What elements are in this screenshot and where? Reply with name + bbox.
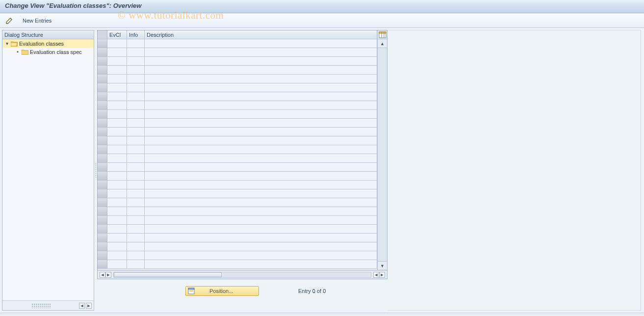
cell-evcl[interactable] (107, 145, 127, 154)
cell-info[interactable] (127, 216, 145, 225)
cell-description[interactable] (145, 39, 377, 48)
cell-description[interactable] (145, 128, 377, 136)
row-selector[interactable] (98, 251, 107, 260)
table-row[interactable] (98, 39, 377, 48)
new-entries-button[interactable]: New Entries (21, 17, 53, 25)
tree-node-evaluation-class-spec[interactable]: • Evaluation class spec (2, 48, 94, 56)
configure-columns-button[interactable] (378, 30, 387, 39)
cell-description[interactable] (145, 57, 377, 66)
tree-node-evaluation-classes[interactable]: ▾ Evaluation classes (2, 39, 94, 48)
table-row[interactable] (98, 216, 377, 225)
column-header-info[interactable]: Info (127, 30, 145, 39)
scroll-up-button[interactable]: ▲ (378, 39, 387, 48)
hscroll-left-button[interactable]: ◄ (100, 272, 105, 278)
table-row[interactable] (98, 66, 377, 75)
table-row[interactable] (98, 225, 377, 234)
cell-evcl[interactable] (107, 66, 127, 75)
table-row[interactable] (98, 242, 377, 251)
table-row[interactable] (98, 234, 377, 242)
table-row[interactable] (98, 75, 377, 83)
table-row[interactable] (98, 136, 377, 145)
hscroll-track[interactable] (113, 272, 371, 278)
cell-evcl[interactable] (107, 163, 127, 172)
cell-description[interactable] (145, 154, 377, 163)
scroll-left-button[interactable]: ◄ (79, 303, 85, 309)
cell-info[interactable] (127, 260, 145, 269)
cell-evcl[interactable] (107, 216, 127, 225)
cell-info[interactable] (127, 145, 145, 154)
row-selector[interactable] (98, 128, 107, 136)
tree-expand-icon[interactable]: ▾ (4, 41, 9, 46)
cell-info[interactable] (127, 242, 145, 251)
row-selector[interactable] (98, 75, 107, 83)
cell-info[interactable] (127, 251, 145, 260)
row-selector[interactable] (98, 189, 107, 198)
table-row[interactable] (98, 172, 377, 181)
cell-info[interactable] (127, 154, 145, 163)
row-selector[interactable] (98, 207, 107, 216)
table-row[interactable] (98, 198, 377, 207)
cell-description[interactable] (145, 101, 377, 110)
cell-info[interactable] (127, 163, 145, 172)
cell-evcl[interactable] (107, 136, 127, 145)
row-selector[interactable] (98, 216, 107, 225)
cell-evcl[interactable] (107, 57, 127, 66)
hscroll-step-left-button[interactable]: ◄ (373, 272, 379, 278)
row-selector[interactable] (98, 110, 107, 119)
cell-evcl[interactable] (107, 75, 127, 83)
cell-description[interactable] (145, 75, 377, 83)
row-selector[interactable] (98, 225, 107, 234)
table-row[interactable] (98, 57, 377, 66)
cell-evcl[interactable] (107, 198, 127, 207)
row-selector[interactable] (98, 57, 107, 66)
cell-evcl[interactable] (107, 260, 127, 269)
cell-evcl[interactable] (107, 39, 127, 48)
hscroll-right-button[interactable]: ► (379, 272, 385, 278)
row-selector[interactable] (98, 101, 107, 110)
cell-description[interactable] (145, 92, 377, 101)
table-row[interactable] (98, 145, 377, 154)
table-row[interactable] (98, 154, 377, 163)
row-selector[interactable] (98, 119, 107, 128)
row-selector[interactable] (98, 145, 107, 154)
resize-handle-icon[interactable] (31, 303, 51, 308)
scroll-right-button[interactable]: ► (86, 303, 92, 309)
cell-description[interactable] (145, 145, 377, 154)
row-selector[interactable] (98, 260, 107, 269)
cell-info[interactable] (127, 172, 145, 181)
cell-info[interactable] (127, 48, 145, 57)
cell-evcl[interactable] (107, 92, 127, 101)
cell-description[interactable] (145, 198, 377, 207)
cell-description[interactable] (145, 48, 377, 57)
table-row[interactable] (98, 119, 377, 128)
cell-evcl[interactable] (107, 83, 127, 92)
row-selector[interactable] (98, 181, 107, 189)
row-selector[interactable] (98, 234, 107, 242)
row-selector[interactable] (98, 48, 107, 57)
cell-description[interactable] (145, 225, 377, 234)
table-row[interactable] (98, 163, 377, 172)
cell-description[interactable] (145, 110, 377, 119)
cell-info[interactable] (127, 110, 145, 119)
cell-evcl[interactable] (107, 128, 127, 136)
row-selector[interactable] (98, 92, 107, 101)
cell-evcl[interactable] (107, 251, 127, 260)
position-button[interactable]: Position... (185, 286, 259, 296)
cell-description[interactable] (145, 189, 377, 198)
cell-description[interactable] (145, 260, 377, 269)
hscroll-thumb[interactable] (114, 272, 222, 277)
table-row[interactable] (98, 260, 377, 269)
row-selector[interactable] (98, 172, 107, 181)
cell-description[interactable] (145, 207, 377, 216)
cell-evcl[interactable] (107, 101, 127, 110)
cell-description[interactable] (145, 83, 377, 92)
vertical-scroll-track[interactable] (378, 48, 387, 261)
cell-description[interactable] (145, 181, 377, 189)
cell-evcl[interactable] (107, 110, 127, 119)
cell-info[interactable] (127, 101, 145, 110)
cell-info[interactable] (127, 83, 145, 92)
cell-info[interactable] (127, 92, 145, 101)
row-selector[interactable] (98, 242, 107, 251)
cell-info[interactable] (127, 128, 145, 136)
cell-description[interactable] (145, 251, 377, 260)
